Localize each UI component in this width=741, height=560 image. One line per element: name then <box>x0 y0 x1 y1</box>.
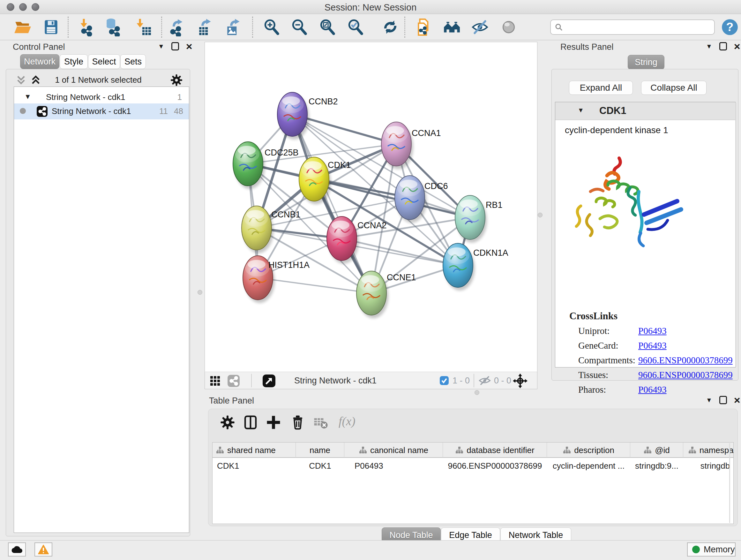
collection-expand-icon[interactable]: ▼ <box>24 92 31 101</box>
network-row[interactable]: String Network - cdk1 11 48 <box>14 104 189 119</box>
help-icon[interactable]: ? <box>721 18 739 37</box>
node-CDC25B[interactable] <box>233 142 265 189</box>
pharos-link[interactable]: P06493 <box>638 384 667 395</box>
results-scrollbar[interactable] <box>735 103 736 367</box>
float-panel-icon[interactable]: ▼ <box>706 43 712 50</box>
function-builder-icon[interactable]: f(x) <box>339 414 355 428</box>
maximize-panel-icon[interactable] <box>719 396 727 404</box>
export-table-icon[interactable] <box>197 18 215 37</box>
float-panel-icon[interactable]: ▼ <box>158 43 164 50</box>
column-header-shared-name[interactable]: shared name <box>212 442 296 458</box>
tab-select[interactable]: Select <box>88 54 120 69</box>
results-panel-title: Results Panel <box>560 42 614 52</box>
warning-status-button[interactable] <box>35 543 52 557</box>
tab-network[interactable]: Network <box>20 54 59 69</box>
compartments-link[interactable]: 9606.ENSP00000378699 <box>638 355 733 366</box>
section-collapse-icon[interactable]: ▼ <box>578 107 584 114</box>
selected-checkbox-icon[interactable] <box>440 376 449 385</box>
node-CCNE1[interactable] <box>356 271 388 318</box>
show-all-icon[interactable] <box>499 18 518 37</box>
birds-eye-view-icon[interactable] <box>209 374 222 387</box>
hide-selected-icon[interactable] <box>471 18 489 37</box>
collapse-all-button[interactable]: Collapse All <box>641 81 706 95</box>
search-input[interactable] <box>563 22 703 33</box>
node-label-CDKN1A: CDKN1A <box>473 248 509 258</box>
network-column-icon <box>643 446 652 454</box>
delete-table-icon[interactable] <box>313 415 328 430</box>
close-panel-icon[interactable]: × <box>734 42 740 51</box>
node-label-RB1: RB1 <box>486 200 502 210</box>
add-column-icon[interactable] <box>266 415 281 430</box>
cloud-status-button[interactable] <box>8 543 26 557</box>
tab-string[interactable]: String <box>628 55 664 70</box>
zoom-in-icon[interactable] <box>262 18 280 37</box>
hidden-eye-icon[interactable] <box>478 375 491 386</box>
cell-database-identifier: 9606.ENSP00000378699 <box>443 458 547 473</box>
delete-column-icon[interactable] <box>290 415 306 430</box>
export-image-icon[interactable] <box>225 18 243 37</box>
import-network-database-icon[interactable] <box>105 18 123 37</box>
column-header-name[interactable]: name <box>296 442 344 458</box>
show-columns-icon[interactable] <box>243 415 258 430</box>
open-in-window-icon[interactable] <box>262 374 276 388</box>
refresh-icon[interactable] <box>381 18 400 37</box>
node-RB1[interactable] <box>455 195 487 243</box>
title-bar: Session: New Session <box>0 0 741 14</box>
network-share-icon[interactable] <box>227 374 240 387</box>
save-session-icon[interactable] <box>42 18 60 37</box>
import-table-icon[interactable] <box>134 18 152 37</box>
column-header-database-identifier[interactable]: database identifier <box>443 442 547 458</box>
node-CCNB2[interactable] <box>277 92 309 139</box>
tab-sets[interactable]: Sets <box>120 54 146 69</box>
network-view-canvas[interactable]: CCNB2CCNA1CDC25BCDK1CDC6RB1CCNB1CCNA2CDK… <box>205 42 537 372</box>
node-CCNA2[interactable] <box>327 216 359 264</box>
expand-all-button[interactable]: Expand All <box>569 81 633 95</box>
memory-button[interactable]: Memory <box>687 543 736 557</box>
network-column-icon <box>562 446 571 454</box>
pan-crosshair-icon[interactable] <box>513 374 528 388</box>
open-session-icon[interactable] <box>13 18 31 37</box>
table-row[interactable]: CDK1 CDK1 P06493 9606.ENSP00000378699 cy… <box>212 458 734 473</box>
left-splitter-handle[interactable] <box>198 290 202 295</box>
cell-namespace: stringdb <box>683 458 734 473</box>
new-network-from-selection-icon[interactable] <box>415 18 434 37</box>
column-header-namespace[interactable]: namespace <box>683 442 734 458</box>
crosslinks-title: CrossLinks <box>569 310 617 322</box>
float-panel-icon[interactable]: ▼ <box>706 396 712 404</box>
right-splitter-handle[interactable] <box>538 212 542 217</box>
node-label-CCNB1: CCNB1 <box>271 210 300 219</box>
tissues-link[interactable]: 9606.ENSP00000378699 <box>638 370 733 380</box>
node-CDC6[interactable] <box>395 176 427 223</box>
genecard-link[interactable]: P06493 <box>638 340 667 351</box>
zoom-selected-icon[interactable] <box>346 18 364 37</box>
control-panel-controls: ▼ × <box>158 42 193 51</box>
search-field[interactable] <box>550 19 715 35</box>
column-header-canonical-name[interactable]: canonical name <box>344 442 443 458</box>
export-network-icon[interactable] <box>168 18 186 37</box>
maximize-panel-icon[interactable] <box>719 42 727 51</box>
first-neighbors-icon[interactable] <box>443 18 461 37</box>
import-network-file-icon[interactable] <box>77 18 96 37</box>
network-selection-summary: 1 of 1 Network selected <box>14 75 183 85</box>
horizontal-splitter-handle[interactable] <box>475 390 479 395</box>
crosslink-label: GeneCard: <box>578 340 618 351</box>
close-panel-icon[interactable]: × <box>734 396 740 404</box>
table-options-gear-icon[interactable] <box>220 415 235 430</box>
uniprot-link[interactable]: P06493 <box>638 326 667 336</box>
node-CCNB1[interactable] <box>242 206 273 253</box>
column-header-description[interactable]: description <box>547 442 630 458</box>
tab-style[interactable]: Style <box>60 54 88 69</box>
table-vertical-scrollbar[interactable] <box>729 443 730 523</box>
node-CDKN1A[interactable] <box>443 243 475 291</box>
crosslink-label: Compartments: <box>578 355 635 366</box>
zoom-fit-icon[interactable] <box>318 18 336 37</box>
network-options-gear-icon[interactable] <box>170 74 183 86</box>
gene-section-header[interactable]: ▼ CDK1 <box>555 102 735 120</box>
network-graph[interactable]: CCNB2CCNA1CDC25BCDK1CDC6RB1CCNB1CCNA2CDK… <box>205 42 537 372</box>
current-network-dot-icon <box>20 108 26 114</box>
zoom-out-icon[interactable] <box>290 18 308 37</box>
column-header-at-id[interactable]: @id <box>630 442 683 458</box>
close-panel-icon[interactable]: × <box>186 42 192 51</box>
network-column-icon <box>688 446 696 454</box>
maximize-panel-icon[interactable] <box>172 42 179 51</box>
